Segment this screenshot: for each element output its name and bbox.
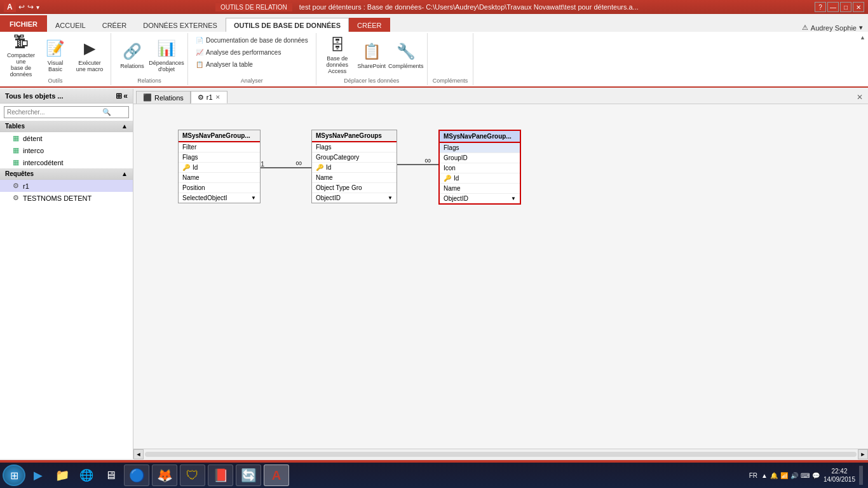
tab-outils-bdd[interactable]: OUTILS DE BASE DE DONNÉES <box>226 18 349 32</box>
search-icon[interactable]: 🔍 <box>100 107 114 118</box>
scroll-down-2[interactable]: ▼ <box>388 195 393 201</box>
rel-table-1[interactable]: MSysNavPaneGroup... Filter Flags 🔑Id Nam… <box>178 130 261 203</box>
app-icon: A <box>4 2 16 12</box>
relations-button[interactable]: 🔗 Relations <box>116 35 148 76</box>
id-1-label: Id <box>193 164 198 171</box>
content-tab-bar: ⬛ Relations ⚙ r1 ✕ ✕ <box>133 89 868 104</box>
taskbar-icon-3: 🔊 <box>790 472 798 479</box>
help-button[interactable]: ? <box>815 2 826 12</box>
deplacer-section-label: Déplacer les données <box>344 76 399 84</box>
taskbar-app-security[interactable]: 🛡 <box>180 464 205 486</box>
ribbon-expand-button[interactable]: ▲ <box>857 33 868 42</box>
rel-table-2[interactable]: MSysNavPaneGroups Flags GroupCategory 🔑I… <box>311 130 397 203</box>
taskbar-up-arrow[interactable]: ▲ <box>761 472 768 479</box>
scroll-down-3[interactable]: ▼ <box>511 196 516 201</box>
context-tab-title: OUTILS DE RELATION <box>215 3 292 11</box>
search-box: 🔍 <box>4 106 129 118</box>
window-title: OUTILS DE RELATION test pour détenteurs … <box>39 3 815 11</box>
relations-buttons: 🔗 Relations 📊 Dépendancesd'objet <box>116 34 182 76</box>
nav-pane-arrow-icon[interactable]: « <box>123 92 128 100</box>
rel-table-2-body: Flags GroupCategory 🔑Id Name Object Type… <box>312 142 397 203</box>
nav-section-tables[interactable]: Tables ▲ <box>0 121 133 132</box>
nav-item-r1[interactable]: ⚙ r1 <box>0 180 133 192</box>
scroll-left-button[interactable]: ◄ <box>133 449 144 459</box>
tab-creer2[interactable]: CRÉER <box>349 18 390 32</box>
tab-creer[interactable]: CRÉER <box>94 18 135 32</box>
key-icon-2: 🔑 <box>316 164 323 171</box>
rel-table-3-header: MSysNavPaneGroup... <box>440 131 520 143</box>
complements-button[interactable]: 🔧 Compléments <box>390 35 422 76</box>
nav-item-testnoms[interactable]: ⚙ TESTNOMS DETENT <box>0 192 133 204</box>
close-button[interactable]: ✕ <box>853 2 864 12</box>
taskbar-app-firefox[interactable]: 🦊 <box>152 464 177 486</box>
undo-button[interactable]: ↩ <box>18 3 25 11</box>
access-icon: 🗄 <box>327 36 348 54</box>
query-icon-testnoms: ⚙ <box>13 194 19 202</box>
nav-item-interco[interactable]: ▦ interco <box>0 144 133 156</box>
intercodetent-label: intercodétent <box>23 159 64 166</box>
id-3-label: Id <box>454 175 459 182</box>
sharepoint-button[interactable]: 📋 SharePoint <box>356 35 388 76</box>
tab-donnees-externes[interactable]: DONNÉES EXTERNES <box>135 18 226 32</box>
minimize-button[interactable]: — <box>827 2 839 12</box>
nav-section-requetes[interactable]: Requêtes ▲ <box>0 168 133 180</box>
field-objectid-2: ObjectID▼ <box>312 193 397 203</box>
nav-pane: Tous les objets ... ⊞ « 🔍 Tables ▲ ▦ dét… <box>0 89 133 459</box>
rel-table-3[interactable]: MSysNavPaneGroup... Flags GroupID Icon 🔑… <box>438 130 521 205</box>
executer-button[interactable]: ▶ Exécuterune macro <box>74 35 105 76</box>
doc-bdd-button[interactable]: 📄 Documentation de base de données <box>193 34 311 46</box>
dependances-button[interactable]: 📊 Dépendancesd'objet <box>151 35 182 76</box>
table-icon-intercodetent: ▦ <box>13 158 19 166</box>
compacter-button[interactable]: 🗜 Compacter unebase de données <box>5 35 37 76</box>
content-area-close[interactable]: ✕ <box>854 92 865 103</box>
deplacer-buttons: 🗄 Base dedonnées Access 📋 SharePoint 🔧 C… <box>322 34 422 76</box>
taskbar-app-sync[interactable]: 🔄 <box>236 464 261 486</box>
visual-basic-button[interactable]: 📝 VisualBasic <box>39 35 71 76</box>
taskbar-app-access[interactable]: A <box>264 464 289 486</box>
r1-tab-close[interactable]: ✕ <box>215 94 220 100</box>
taskbar-folder-btn[interactable]: 📁 <box>51 464 74 486</box>
start-button[interactable]: ⊞ <box>3 464 25 486</box>
sharepoint-icon: 📋 <box>362 41 382 62</box>
relations-tab-label: Relations <box>154 94 184 102</box>
objectid-2-label: ObjectID <box>316 194 341 201</box>
taskbar-network-btn[interactable]: 🖥 <box>99 464 122 486</box>
taskbar-date-text: 14/09/2015 <box>824 475 855 484</box>
search-input[interactable] <box>4 107 100 117</box>
scroll-down-1[interactable]: ▼ <box>251 195 256 201</box>
key-icon-3: 🔑 <box>444 175 451 182</box>
taskbar-media-btn[interactable]: ▶ <box>27 464 50 486</box>
taskbar-show-desktop[interactable] <box>859 466 863 485</box>
nav-item-intercodetent[interactable]: ▦ intercodétent <box>0 156 133 168</box>
tab-r1-content[interactable]: ⚙ r1 ✕ <box>191 91 227 104</box>
tab-fichier[interactable]: FICHIER <box>0 15 47 32</box>
analyse-perf-button[interactable]: 📈 Analyse des performances <box>193 46 311 58</box>
macro-section-label: Analyser <box>241 76 263 84</box>
position-label: Position <box>182 184 205 191</box>
taskbar-time-text: 22:42 <box>824 467 855 475</box>
scroll-right-button[interactable]: ► <box>858 449 868 459</box>
field-id-3: 🔑Id <box>440 173 520 184</box>
taskbar-app-chrome[interactable]: 🔵 <box>124 464 149 486</box>
visual-basic-icon: 📝 <box>45 38 65 58</box>
rel-table-3-body: Flags GroupID Icon 🔑Id Name ObjectID▼ <box>440 143 520 203</box>
taskbar-app-pdf[interactable]: 📕 <box>208 464 233 486</box>
ribbon-section-relations: 🔗 Relations 📊 Dépendancesd'objet Relatio… <box>111 33 188 85</box>
ribbon-section-outils: 🗜 Compacter unebase de données 📝 VisualB… <box>0 33 111 85</box>
scroll-track-horizontal[interactable] <box>145 452 857 457</box>
maximize-button[interactable]: □ <box>840 2 851 12</box>
tab-relations-content[interactable]: ⬛ Relations <box>136 91 191 104</box>
analyse-label: Analyse des performances <box>206 49 281 56</box>
visual-basic-label: VisualBasic <box>48 60 63 72</box>
id-2-label: Id <box>326 164 331 171</box>
nav-item-detent[interactable]: ▦ détent <box>0 132 133 144</box>
table-icon-interco: ▦ <box>13 146 19 154</box>
nav-pane-menu-icon[interactable]: ⊞ <box>116 92 122 100</box>
flags-1-label: Flags <box>182 154 198 161</box>
tab-accueil[interactable]: ACCUEIL <box>47 18 94 32</box>
analyser-table-button[interactable]: 📋 Analyser la table <box>193 58 311 70</box>
redo-button[interactable]: ↪ <box>27 3 34 11</box>
access-button[interactable]: 🗄 Base dedonnées Access <box>322 35 353 76</box>
user-dropdown-icon[interactable]: ▾ <box>859 24 863 32</box>
taskbar-browser-btn[interactable]: 🌐 <box>75 464 98 486</box>
